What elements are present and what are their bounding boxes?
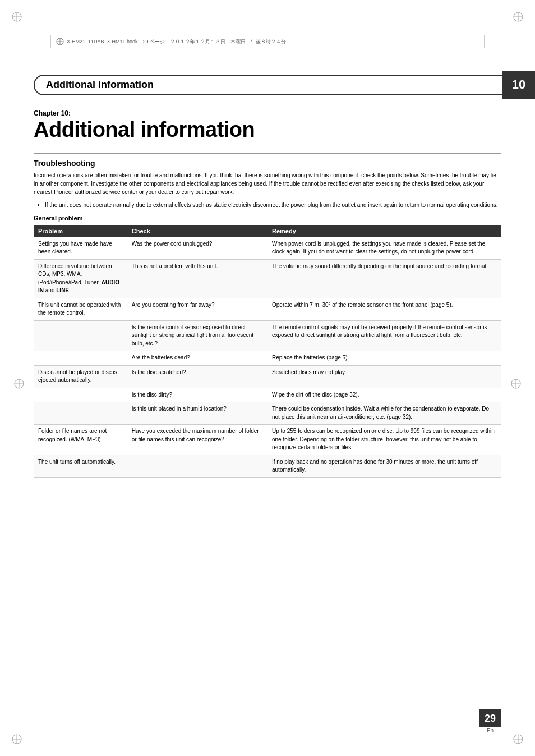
cell-remedy: The remote control signals may not be re… bbox=[268, 320, 501, 351]
section-intro: Incorrect operations are often mistaken … bbox=[34, 171, 501, 196]
cell-check: Are you operating from far away? bbox=[127, 298, 268, 320]
cell-check: Is the remote control sensor exposed to … bbox=[127, 320, 268, 351]
page-container: X-HM21_11DAB_X-HM11.book 29 ページ ２０１２年１２月… bbox=[0, 0, 535, 756]
page-number-box: 29 bbox=[479, 709, 501, 727]
cell-check: Have you exceeded the maximum number of … bbox=[127, 425, 268, 455]
chapter-header-box: Additional information bbox=[34, 75, 535, 95]
col-remedy: Remedy bbox=[268, 225, 501, 237]
cell-problem bbox=[34, 351, 127, 366]
table-header-row: Problem Check Remedy bbox=[34, 225, 501, 237]
corner-mark-tl bbox=[11, 11, 22, 22]
cell-problem: Folder or file names are not recognized.… bbox=[34, 425, 127, 455]
table-row: Difference in volume between CDs, MP3, W… bbox=[34, 259, 501, 298]
chapter-label: Chapter 10: bbox=[34, 109, 501, 117]
cell-problem: Settings you have made have been cleared… bbox=[34, 237, 127, 260]
chapter-title: Additional information bbox=[34, 118, 501, 142]
table-row: Folder or file names are not recognized.… bbox=[34, 425, 501, 455]
trouble-table: Problem Check Remedy Settings you have m… bbox=[34, 225, 501, 478]
cell-check: Is the disc dirty? bbox=[127, 388, 268, 402]
cell-remedy: If no play back and no operation has don… bbox=[268, 455, 501, 477]
cell-remedy: When power cord is unplugged, the settin… bbox=[268, 237, 501, 260]
cell-check bbox=[127, 455, 268, 477]
table-row: Is this unit placed in a humid location?… bbox=[34, 402, 501, 425]
cell-problem: The unit turns off automatically. bbox=[34, 455, 127, 477]
table-row: Is the disc dirty?Wipe the dirt off the … bbox=[34, 388, 501, 402]
page-number: 29 bbox=[485, 713, 496, 725]
cell-problem: Disc cannot be played or disc is ejected… bbox=[34, 365, 127, 388]
section-title: Troubleshooting bbox=[34, 159, 501, 168]
cell-problem bbox=[34, 320, 127, 351]
cell-remedy: Up to 255 folders can be recognized on o… bbox=[268, 425, 501, 455]
cell-check: Are the batteries dead? bbox=[127, 351, 268, 366]
cell-problem: Difference in volume between CDs, MP3, W… bbox=[34, 259, 127, 298]
cell-remedy: The volume may sound differently dependi… bbox=[268, 259, 501, 298]
bullet-item: If the unit does not operate normally du… bbox=[45, 201, 501, 209]
table-row: The unit turns off automatically.If no p… bbox=[34, 455, 501, 477]
col-check: Check bbox=[127, 225, 268, 237]
chapter-number: 10 bbox=[512, 77, 525, 92]
cell-check: Is the disc scratched? bbox=[127, 365, 268, 388]
cell-check: This is not a problem with this unit. bbox=[127, 259, 268, 298]
corner-mark-tr bbox=[513, 11, 524, 22]
chapter-header-bar: Additional information 10 bbox=[34, 73, 535, 96]
table-row: Settings you have made have been cleared… bbox=[34, 237, 501, 260]
cell-problem bbox=[34, 402, 127, 425]
section-divider bbox=[34, 153, 501, 154]
table-body: Settings you have made have been cleared… bbox=[34, 237, 501, 478]
chapter-number-tab: 10 bbox=[502, 71, 535, 99]
main-content: Chapter 10: Additional information Troub… bbox=[34, 109, 501, 478]
table-row: Disc cannot be played or disc is ejected… bbox=[34, 365, 501, 388]
table-row: Are the batteries dead?Replace the batte… bbox=[34, 351, 501, 366]
cell-remedy: There could be condensation inside. Wait… bbox=[268, 402, 501, 425]
file-icon bbox=[56, 37, 64, 46]
side-mark-left bbox=[13, 378, 25, 390]
table-row: Is the remote control sensor exposed to … bbox=[34, 320, 501, 351]
table-row: This unit cannot be operated with the re… bbox=[34, 298, 501, 320]
page-lang: En bbox=[487, 727, 494, 734]
side-mark-right bbox=[510, 378, 522, 390]
bullet-list: If the unit does not operate normally du… bbox=[45, 201, 501, 209]
subsection-title: General problem bbox=[34, 215, 501, 222]
section-header-title: Additional information bbox=[46, 79, 154, 90]
file-info-bar: X-HM21_11DAB_X-HM11.book 29 ページ ２０１２年１２月… bbox=[50, 35, 485, 48]
cell-remedy: Replace the batteries (page 5). bbox=[268, 351, 501, 366]
cell-remedy: Scratched discs may not play. bbox=[268, 365, 501, 388]
cell-remedy: Operate within 7 m, 30° of the remote se… bbox=[268, 298, 501, 320]
table-header: Problem Check Remedy bbox=[34, 225, 501, 237]
cell-check: Was the power cord unplugged? bbox=[127, 237, 268, 260]
cell-check: Is this unit placed in a humid location? bbox=[127, 402, 268, 425]
file-info-text: X-HM21_11DAB_X-HM11.book 29 ページ ２０１２年１２月… bbox=[67, 38, 286, 45]
cell-problem bbox=[34, 388, 127, 402]
cell-remedy: Wipe the dirt off the disc (page 32). bbox=[268, 388, 501, 402]
col-problem: Problem bbox=[34, 225, 127, 237]
corner-mark-br bbox=[513, 734, 524, 745]
page-number-area: 29 En bbox=[479, 709, 501, 734]
cell-problem: This unit cannot be operated with the re… bbox=[34, 298, 127, 320]
corner-mark-bl bbox=[11, 734, 22, 745]
